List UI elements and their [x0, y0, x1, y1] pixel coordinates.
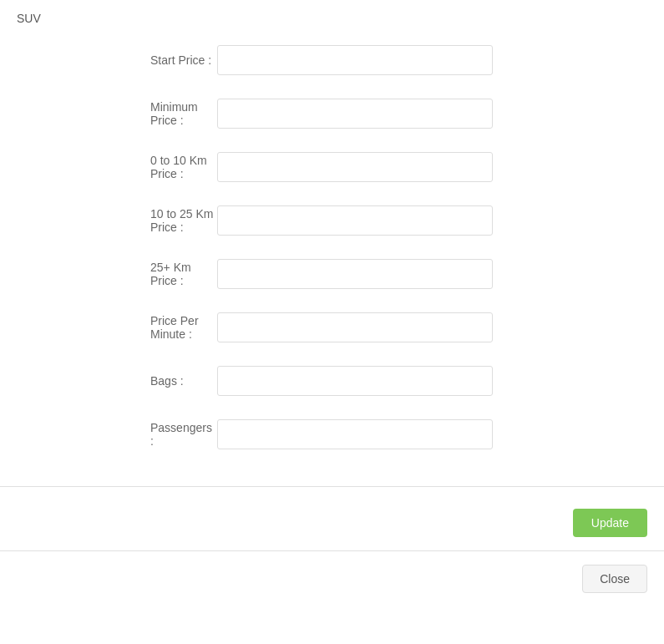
label-price-per-minute: Price Per Minute : — [17, 314, 217, 341]
input-start-price[interactable] — [217, 45, 493, 75]
section-title: SUV — [0, 0, 664, 33]
update-button[interactable]: Update — [573, 509, 647, 537]
form-container: Start Price :Minimum Price :0 to 10 Km P… — [0, 33, 664, 478]
label-price-25plus: 25+ Km Price : — [17, 261, 217, 287]
input-price-10-25[interactable] — [217, 205, 493, 236]
form-row-bags: Bags : — [17, 354, 647, 408]
label-bags: Bags : — [17, 374, 217, 388]
label-passengers: Passengers : — [17, 421, 217, 448]
input-bags[interactable] — [217, 366, 493, 396]
close-button[interactable]: Close — [582, 565, 647, 593]
input-minimum-price[interactable] — [217, 99, 493, 129]
label-price-0-10: 0 to 10 Km Price : — [17, 154, 217, 180]
input-passengers[interactable] — [217, 419, 493, 449]
input-price-per-minute[interactable] — [217, 312, 493, 342]
form-row-price-10-25: 10 to 25 Km Price : — [17, 194, 647, 247]
input-price-25plus[interactable] — [217, 259, 493, 289]
footer-row: Close — [0, 551, 664, 606]
form-row-start-price: Start Price : — [17, 33, 647, 87]
update-button-row: Update — [0, 495, 664, 550]
input-price-0-10[interactable] — [217, 152, 493, 182]
form-row-passengers: Passengers : — [17, 408, 647, 461]
form-row-price-per-minute: Price Per Minute : — [17, 301, 647, 354]
page-container: SUV Start Price :Minimum Price :0 to 10 … — [0, 0, 664, 644]
form-row-price-0-10: 0 to 10 Km Price : — [17, 140, 647, 194]
label-start-price: Start Price : — [17, 53, 217, 67]
label-price-10-25: 10 to 25 Km Price : — [17, 207, 217, 234]
form-row-minimum-price: Minimum Price : — [17, 87, 647, 140]
form-row-price-25plus: 25+ Km Price : — [17, 247, 647, 301]
divider — [0, 486, 664, 487]
label-minimum-price: Minimum Price : — [17, 100, 217, 127]
